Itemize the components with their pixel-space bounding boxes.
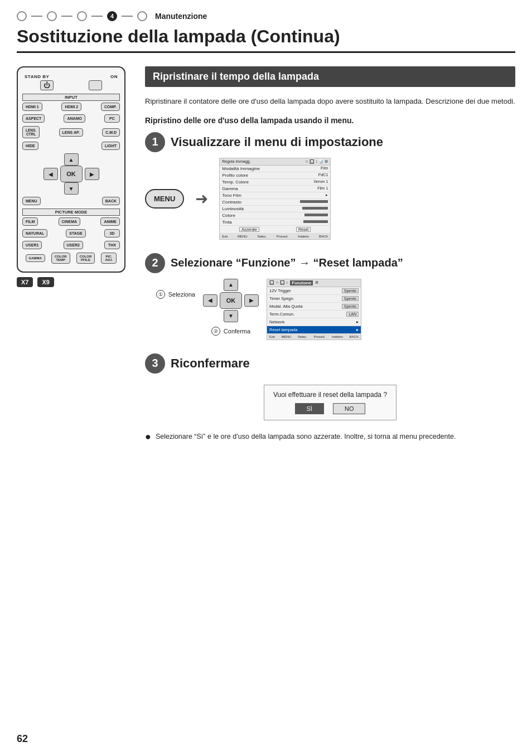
confirm-buttons: SÌ NO bbox=[273, 403, 387, 414]
remote-control: STAND BY ON ⏻ INPUT HDMI 1 HDMI 2 COMP. … bbox=[17, 66, 125, 273]
menu-btn[interactable]: MENU bbox=[22, 197, 41, 205]
standby-label: STAND BY bbox=[25, 74, 49, 79]
step-2: 2 Selezionare “Funzione” → “Reset lampad… bbox=[145, 253, 515, 340]
color-pfile-btn[interactable]: COLORPFILE bbox=[76, 253, 95, 264]
anamo-btn[interactable]: ANAMO bbox=[64, 114, 85, 123]
breadcrumb: 4 Manutenzione bbox=[17, 11, 515, 21]
menu-mockup: Regola Immagg. ☆ 🔲 ↕ 📊 ⚙ Modalità Immagi… bbox=[219, 158, 331, 240]
comp-btn[interactable]: COMP. bbox=[101, 103, 120, 111]
nav-step-3 bbox=[77, 11, 87, 21]
on-btn[interactable] bbox=[89, 80, 102, 90]
menu-row-5: Tono Film ▸ bbox=[220, 192, 330, 199]
color-temp-btn[interactable]: COLORTEMP bbox=[51, 253, 70, 264]
aspect-btn[interactable]: ASPECT bbox=[22, 114, 45, 123]
picture-mode-label: PICTURE MODE bbox=[22, 209, 120, 216]
func-row-4: Term.Comun. LAN bbox=[267, 311, 361, 318]
step-2-visual: ① Seleziona ▲ ◀ OK ▶ ▼ bbox=[145, 279, 515, 340]
annotation-1: ① Seleziona bbox=[156, 290, 195, 299]
func-menu: 🔲 ☆ 🔲 ↕ Funzione ⚙ 12V Trigger Spento Ti… bbox=[267, 279, 361, 340]
pc-btn[interactable]: PC bbox=[104, 114, 120, 123]
lens-ap-btn[interactable]: LENS AP. bbox=[59, 128, 83, 137]
confirm-box: Vuoi effettuare il reset della lampada ?… bbox=[264, 385, 396, 420]
stage-btn[interactable]: STAGE bbox=[66, 229, 86, 238]
pic-adj-btn[interactable]: PIC.ADJ. bbox=[101, 253, 117, 264]
input-section-label: INPUT bbox=[22, 94, 120, 101]
badge-row: X7 X9 bbox=[17, 277, 128, 287]
anime-btn[interactable]: ANIME bbox=[100, 217, 120, 226]
menu-header-title: Regola Immagg. bbox=[222, 159, 303, 163]
thx-btn[interactable]: THX bbox=[104, 241, 120, 249]
menu-oval-btn: MENU bbox=[145, 189, 184, 209]
ok-btn[interactable]: OK bbox=[60, 166, 83, 182]
nav-step-1 bbox=[17, 11, 27, 21]
step2-ok-btn: OK bbox=[220, 292, 242, 309]
standby-btn[interactable]: ⏻ bbox=[40, 80, 54, 90]
step-1: 1 Visualizzare il menu di impostazione M… bbox=[145, 132, 515, 240]
step2-dpad-left: ◀ bbox=[203, 294, 217, 307]
nav-connector-1 bbox=[31, 16, 42, 17]
step-1-arrow: ➜ bbox=[195, 190, 208, 208]
circled-1: ① bbox=[156, 290, 165, 299]
natural-btn[interactable]: NATURAL bbox=[22, 229, 47, 238]
menu-footer-1: Exit MENU Selez. Proced. Indietro BACK bbox=[220, 234, 330, 239]
step2-dpad-up: ▲ bbox=[224, 279, 238, 291]
menu-row-3: Temp. Colore Xenon 1 bbox=[220, 179, 330, 186]
hdmi2-btn[interactable]: HDMI 2 bbox=[61, 103, 81, 111]
menu-row-6: Contrasto bbox=[220, 199, 330, 206]
si-btn[interactable]: SÌ bbox=[295, 403, 324, 414]
step-2-number: 2 bbox=[145, 253, 165, 273]
film-btn[interactable]: FILM bbox=[22, 217, 38, 226]
step-3-note: ● Selezionare “Sì” e le ore d’uso della … bbox=[145, 432, 515, 442]
badge-x7: X7 bbox=[17, 277, 33, 287]
step-2-title: Selezionare “Funzione” → “Reset lampada” bbox=[171, 256, 403, 269]
user1-btn[interactable]: USER1 bbox=[22, 241, 42, 249]
step2-dpad-down: ▼ bbox=[224, 310, 238, 322]
section-title: Ripristinare il tempo della lampada bbox=[145, 66, 515, 87]
no-btn[interactable]: NO bbox=[333, 403, 366, 414]
menu-row-7: Luminosità bbox=[220, 206, 330, 212]
badge-x9: X9 bbox=[37, 277, 54, 287]
step-1-visual: MENU ➜ Regola Immagg. ☆ 🔲 ↕ 📊 ⚙ Modalità… bbox=[145, 158, 515, 240]
confirm-question: Vuoi effettuare il reset della lampada ? bbox=[273, 391, 387, 399]
nav-step-5 bbox=[137, 11, 147, 21]
step-1-number: 1 bbox=[145, 132, 165, 152]
nav-step-4-active: 4 bbox=[107, 11, 117, 21]
nav-step-2 bbox=[47, 11, 57, 21]
func-menu-header: 🔲 ☆ 🔲 ↕ Funzione ⚙ bbox=[267, 279, 361, 287]
step-1-title: Visualizzare il menu di impostazione bbox=[171, 135, 383, 149]
menu-row-4: Gamma Film 1 bbox=[220, 186, 330, 192]
nav-connector-2 bbox=[61, 16, 72, 17]
hide-btn[interactable]: HIDE bbox=[22, 142, 38, 150]
dpad-down-btn[interactable]: ▼ bbox=[64, 182, 79, 195]
back-btn[interactable]: BACK bbox=[102, 197, 120, 205]
dpad-left-btn[interactable]: ◀ bbox=[43, 168, 58, 180]
right-content: Ripristinare il tempo della lampada Ripr… bbox=[145, 66, 515, 455]
annotation-2: ② Conferma bbox=[211, 327, 250, 336]
dpad-up-btn[interactable]: ▲ bbox=[64, 153, 79, 166]
step-3-number: 3 bbox=[145, 353, 165, 374]
cmd-btn[interactable]: C.M.D bbox=[102, 128, 120, 137]
func-row-6: Reset lampada ▸ bbox=[267, 326, 361, 334]
page-number: 62 bbox=[17, 733, 28, 745]
cinema-btn[interactable]: CINEMA bbox=[59, 217, 81, 226]
user2-btn[interactable]: USER2 bbox=[64, 241, 83, 249]
step-3-header: 3 Riconfermare bbox=[145, 353, 515, 374]
hdmi1-btn[interactable]: HDMI 1 bbox=[22, 103, 42, 111]
lens-control-btn[interactable]: LENS.CTRL bbox=[22, 126, 40, 138]
step2-dpad-right: ▶ bbox=[244, 294, 259, 307]
func-menu-footer: Exit MENU Selez. Proced. Indietro BACK bbox=[267, 334, 361, 340]
step-1-header: 1 Visualizzare il menu di impostazione bbox=[145, 132, 515, 152]
dpad-right-btn[interactable]: ▶ bbox=[85, 168, 99, 180]
nav-connector-3 bbox=[91, 16, 103, 17]
nav-connector-4 bbox=[122, 16, 133, 17]
intro-text: Ripristinare il contatore delle ore d'us… bbox=[145, 96, 515, 108]
gamma-btn[interactable]: GAMMA bbox=[26, 254, 45, 262]
remote-section: STAND BY ON ⏻ INPUT HDMI 1 HDMI 2 COMP. … bbox=[17, 66, 128, 287]
step2-dpad: ▲ ◀ OK ▶ ▼ ② Conferma bbox=[203, 279, 259, 339]
light-btn[interactable]: LIGHT bbox=[101, 142, 120, 150]
3d-btn[interactable]: 3D bbox=[104, 229, 120, 238]
func-row-1: 12V Trigger Spento bbox=[267, 287, 361, 295]
menu-row-2: Profilo colore PdC1 bbox=[220, 172, 330, 179]
func-row-5: Network ▸ bbox=[267, 318, 361, 326]
step-3: 3 Riconfermare Vuoi effettuare il reset … bbox=[145, 353, 515, 442]
